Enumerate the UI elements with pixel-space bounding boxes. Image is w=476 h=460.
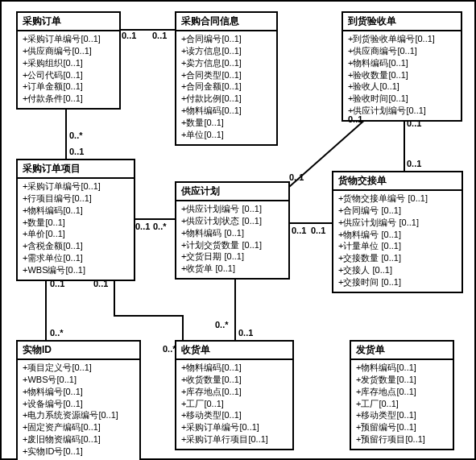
attr: +收货单 [0..1] [181, 263, 284, 275]
attr: +采购订单编号[0..1] [181, 421, 288, 433]
class-attrs: +供应计划编号 [0..1] +供应计划状态 [0..1] +物料编码 [0..… [176, 201, 288, 278]
class-object-id: 实物ID +项目定义号[0..1] +WBS号[0..1] +物料编号[0..1… [16, 340, 141, 460]
attr: +WBS编号[0..1] [23, 264, 129, 276]
class-title: 到货验收单 [343, 13, 461, 31]
attr: +固定资产编码[0..1] [23, 421, 135, 433]
class-title: 收货单 [176, 342, 292, 360]
attr: +供应计划状态 [0..1] [181, 215, 284, 227]
attr: +计划交货数量 [0..1] [181, 239, 284, 251]
mult-plan-arrival-bottom: 0..1 [289, 172, 304, 182]
attr: +物料编码[0..1] [181, 362, 288, 374]
attr: +电力系统资源编号[0..1] [23, 409, 135, 421]
attr: +库存地点[0..1] [181, 386, 288, 398]
attr: +WBS号[0..1] [23, 374, 135, 386]
attr: +供应商编号[0..1] [348, 45, 456, 57]
attr: +设备编号[0..1] [23, 398, 135, 410]
class-attrs: +采购订单编号[0..1] +行项目编号[0..1] +物料编码[0..1] +… [18, 179, 134, 280]
attr: +订单金额[0..1] [23, 81, 114, 93]
class-attrs: +合同编号[0..1] +读方信息[0..1] +卖方信息[0..1] +合同类… [176, 31, 276, 144]
class-title: 供应计划 [176, 183, 288, 201]
attr: +物料编号 [0..1] [338, 229, 457, 241]
attr: +供应计划编号 [0..1] [338, 217, 457, 229]
class-attrs: +货物交接单编号 [0..1] +合同编号 [0..1] +供应计划编号 [0.… [333, 191, 462, 292]
attr: +读方信息[0..1] [181, 45, 271, 57]
mult-plan-deliver-right: 0..1 [311, 226, 325, 235]
attr: +工厂[0..1] [181, 398, 288, 410]
class-supply-plan: 供应计划 +供应计划编号 [0..1] +供应计划状态 [0..1] +物料编码… [175, 181, 290, 280]
attr: +需求单位[0..1] [23, 252, 129, 264]
attr: +公司代码[0..1] [23, 69, 114, 81]
class-attrs: +到货验收单编号[0..1] +供应商编号[0..1] +物料编码[0..1] … [343, 31, 461, 120]
mult-arrival-deliver-bottom: 0..1 [407, 159, 421, 168]
attr: +单位[0..1] [181, 129, 271, 141]
class-attrs: +物料编码[0..1] +收货数量[0..1] +库存地点[0..1] +工厂[… [176, 360, 292, 449]
attr: +合同编号[0..1] [181, 33, 271, 45]
class-goods-handover: 货物交接单 +货物交接单编号 [0..1] +合同编号 [0..1] +供应计划… [332, 171, 463, 293]
attr: +项目定义号[0..1] [23, 362, 135, 374]
attr: +物料编码[0..1] [181, 105, 271, 117]
class-title: 发货单 [351, 342, 453, 360]
attr: +到货验收单编号[0..1] [348, 33, 456, 45]
attr: +验收时间[0..1] [348, 93, 456, 105]
attr: +交货日期 [0..1] [181, 251, 284, 263]
attr: +行项目编号[0..1] [23, 193, 129, 205]
attr: +实物ID号[0..1] [23, 445, 135, 458]
attr: +验收数量[0..1] [348, 69, 456, 81]
attr: +发货数量[0..1] [356, 374, 448, 386]
mult-item-objid-top: 0..1 [50, 279, 64, 288]
attr: +付款条件[0..1] [23, 93, 114, 105]
attr: +物料编号[0..1] [23, 386, 135, 398]
class-title: 货物交接单 [333, 172, 462, 191]
mult-plan-arrival-top: 0..1 [348, 114, 362, 124]
attr: +合同编号 [0..1] [338, 205, 457, 217]
attr: +计量单位 [0..1] [338, 240, 457, 252]
mult-plan-receipt-bottom: 0..1 [238, 328, 253, 338]
class-attrs: +采购订单编号[0..1] +供应商编号[0..1] +采购组织[0..1] +… [18, 31, 119, 108]
attr: +采购组织[0..1] [23, 57, 114, 69]
attr: +货物交接单编号 [0..1] [338, 193, 457, 205]
attr: +废旧物资编码[0..1] [23, 433, 135, 445]
attr: +物料编码 [0..1] [181, 227, 284, 239]
attr: +工厂[0..1] [356, 398, 448, 410]
mult-plan-deliver-left: 0..1 [292, 226, 306, 235]
mult-item-objid-bottom: 0..* [50, 328, 64, 338]
attr: +库存地点[0..1] [356, 386, 448, 398]
attr: +供应商编号[0..1] [23, 45, 114, 57]
class-title: 实物ID [18, 342, 139, 360]
class-receipt: 收货单 +物料编码[0..1] +收货数量[0..1] +库存地点[0..1] … [175, 340, 294, 450]
mult-po-item-top: 0..* [69, 131, 83, 140]
class-title: 采购订单项目 [18, 160, 134, 179]
attr: +交接人 [0..1] [338, 264, 457, 276]
class-attrs: +项目定义号[0..1] +WBS号[0..1] +物料编号[0..1] +设备… [18, 360, 139, 460]
mult-plan-receipt-top: 0..* [215, 320, 229, 329]
class-title: 采购合同信息 [176, 13, 276, 31]
mult-item-receipt-bottom: 0..* [163, 344, 176, 354]
attr: +物料编码[0..1] [23, 205, 129, 217]
attr: +卖方信息[0..1] [181, 57, 271, 69]
mult-po-item-bottom: 0..1 [69, 147, 84, 156]
attr: +采购订单编号[0..1] [23, 33, 114, 45]
attr: +物料编码[0..1] [348, 57, 456, 69]
attr: +数量[0..1] [23, 217, 129, 229]
attr: +收货数量[0..1] [181, 374, 288, 386]
attr: +交接时间 [0..1] [338, 276, 457, 288]
attr: +采购订单行项目[0..1] [181, 433, 288, 445]
attr: +供应计划编号 [0..1] [181, 203, 284, 215]
mult-item-plan-right: 0..* [153, 222, 167, 231]
attr: +数量[0..1] [181, 117, 271, 129]
class-po-item: 采购订单项目 +采购订单编号[0..1] +行项目编号[0..1] +物料编码[… [16, 159, 135, 281]
class-arrival-acceptance: 到货验收单 +到货验收单编号[0..1] +供应商编号[0..1] +物料编码[… [341, 11, 462, 122]
attr: +交接数量 [0..1] [338, 252, 457, 264]
mult-item-receipt-top: 0..1 [93, 279, 108, 288]
attr: +供应计划编号[0..1] [348, 105, 456, 117]
attr: +预留行项目[0..1] [356, 433, 448, 445]
attr: +移动类型[0..1] [181, 409, 288, 421]
class-purchase-order: 采购订单 +采购订单编号[0..1] +供应商编号[0..1] +采购组织[0.… [16, 11, 121, 110]
attr: +付款比例[0..1] [181, 93, 271, 105]
attr: +预留编号[0..1] [356, 421, 448, 433]
mult-item-plan-left: 0..1 [135, 222, 150, 231]
attr: +物料编码[0..1] [356, 362, 448, 374]
class-contract-info: 采购合同信息 +合同编号[0..1] +读方信息[0..1] +卖方信息[0..… [175, 11, 278, 146]
mult-po-contract-right: 0..1 [152, 31, 167, 40]
mult-po-contract-left: 0..1 [122, 31, 136, 40]
